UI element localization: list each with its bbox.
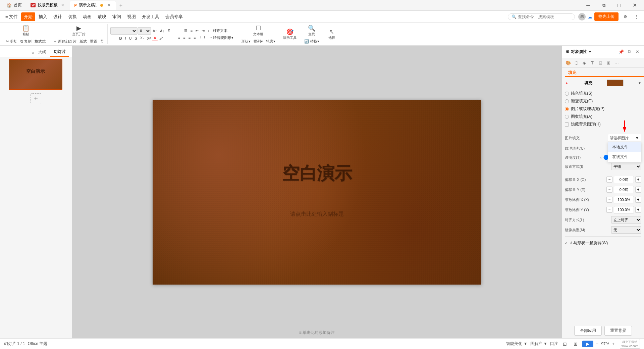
pin-icon[interactable]: 📌: [618, 48, 625, 55]
image-fill-option[interactable]: 图片或纹理填充(P): [565, 105, 641, 113]
apply-all-button[interactable]: 全部应用: [574, 326, 602, 336]
normal-view-button[interactable]: ⊡: [561, 341, 569, 347]
gradient-fill-option[interactable]: 渐变填充(G): [565, 97, 641, 105]
strikethrough-button[interactable]: S: [133, 36, 139, 41]
align-text-button[interactable]: 对齐文本: [211, 28, 229, 34]
menu-review[interactable]: 审阅: [110, 12, 124, 21]
fill-tab-label[interactable]: 填充: [565, 68, 644, 77]
italic-button[interactable]: I: [123, 36, 127, 41]
underline-button[interactable]: U: [128, 36, 133, 41]
add-slide-button[interactable]: +: [31, 93, 41, 104]
paste-button[interactable]: 📋 粘贴: [20, 23, 32, 38]
tab-doc1[interactable]: P 演示文稿1 ✕: [70, 1, 116, 10]
solid-fill-option[interactable]: 纯色填充(S): [565, 90, 641, 97]
upload-button[interactable]: 抢先上传: [594, 12, 619, 21]
float-icon[interactable]: ⧉: [626, 48, 633, 55]
menu-transition[interactable]: 切换: [65, 12, 79, 21]
offset-x-minus[interactable]: −: [606, 177, 612, 183]
search-box[interactable]: 🔍: [508, 13, 575, 20]
highlight-button[interactable]: 🖊: [158, 36, 164, 41]
tab-template[interactable]: W 找版壳模板 ✕: [26, 1, 69, 10]
pattern-fill-radio[interactable]: [565, 115, 569, 119]
slide-subtitle[interactable]: 请点击此处输入副标题: [290, 211, 344, 218]
align-left-button[interactable]: ≡: [177, 35, 181, 40]
select-button[interactable]: ↖ 选择: [326, 27, 338, 41]
more-right-icon[interactable]: ⋯: [613, 59, 620, 66]
slide-title[interactable]: 空白演示: [282, 162, 352, 185]
clear-format-button[interactable]: ✗: [166, 28, 172, 34]
font-color-button[interactable]: A: [152, 35, 157, 41]
reset-bg-button[interactable]: 重置背景: [604, 326, 632, 336]
decrease-font-button[interactable]: A↓: [159, 28, 166, 34]
zoom-in-button[interactable]: +: [612, 341, 614, 346]
maximize-button[interactable]: □: [612, 1, 626, 9]
shape-button[interactable]: 形状▾: [240, 38, 252, 45]
solid-fill-radio[interactable]: [565, 92, 569, 96]
menu-file[interactable]: ≡ 文件: [3, 12, 20, 21]
bold-button[interactable]: B: [118, 36, 123, 41]
slide-canvas[interactable]: 空白演示 请点击此处输入副标题: [153, 100, 481, 285]
tab-outline[interactable]: 大纲: [35, 48, 50, 56]
textbox-button[interactable]: ☐ 文本框: [252, 23, 265, 38]
position-tab-icon[interactable]: ⊞: [605, 59, 612, 66]
menu-member[interactable]: 会员专享: [163, 12, 185, 21]
user-button[interactable]: 未: [578, 13, 586, 20]
scale-y-input[interactable]: [614, 206, 634, 213]
transform-shape-button[interactable]: →转智能图形▾: [208, 35, 235, 41]
format-button[interactable]: 格式式: [33, 38, 47, 45]
layout-button[interactable]: 版式: [78, 38, 88, 45]
menu-view[interactable]: 视图: [124, 12, 139, 21]
reset-button[interactable]: 重置: [89, 38, 99, 45]
placement-select[interactable]: 平铺: [611, 163, 641, 170]
scale-x-input[interactable]: [614, 196, 634, 203]
menu-slideshow[interactable]: 放映: [95, 12, 109, 21]
stroke-tab-icon[interactable]: ⬡: [573, 59, 580, 66]
line-spacing-button[interactable]: ↕: [206, 28, 211, 33]
align-select[interactable]: 左上对齐: [611, 216, 641, 223]
offset-y-minus[interactable]: −: [606, 187, 612, 193]
local-file-option[interactable]: 本地文件: [608, 142, 641, 152]
menu-design[interactable]: 设计: [51, 12, 65, 21]
menu-insert[interactable]: 插入: [36, 12, 50, 21]
more-icon[interactable]: ⋮: [632, 12, 641, 21]
effect-tab-icon[interactable]: ◈: [581, 59, 588, 66]
align-right-button[interactable]: ≡: [187, 35, 192, 40]
indent-right-button[interactable]: ⇥: [200, 28, 206, 34]
cols-button[interactable]: ⋮⋮: [198, 35, 208, 41]
fill-color-swatch[interactable]: [607, 80, 624, 86]
menu-developer[interactable]: 开发工具: [139, 12, 162, 21]
scale-y-plus[interactable]: +: [635, 207, 641, 213]
minimize-button[interactable]: ─: [582, 1, 595, 9]
offset-y-plus[interactable]: +: [635, 187, 641, 193]
online-file-option[interactable]: 在线文件: [608, 152, 641, 162]
scale-x-plus[interactable]: +: [635, 197, 641, 203]
pattern-fill-option[interactable]: 图案填充(A): [565, 113, 641, 120]
text-tab-icon[interactable]: T: [589, 59, 596, 66]
fill-color-dropdown-icon[interactable]: ▼: [638, 81, 641, 85]
present-tool-button[interactable]: 🎯 演示工具: [282, 27, 298, 41]
settings-icon[interactable]: ⚙: [621, 12, 630, 21]
close-button[interactable]: ✕: [628, 1, 641, 9]
rotate-with-shape[interactable]: ✓ √ 与形状一起旋转(W): [565, 239, 641, 247]
close-right-panel-button[interactable]: ✕: [634, 48, 641, 55]
search-input[interactable]: [518, 14, 568, 19]
offset-x-input[interactable]: [614, 176, 634, 183]
start-button[interactable]: ▶ 当页开始: [71, 23, 87, 38]
numbered-list-button[interactable]: ≡: [189, 28, 194, 33]
offset-y-input[interactable]: [614, 186, 634, 193]
scale-y-minus[interactable]: −: [606, 207, 612, 213]
slide-sorter-button[interactable]: ⊞: [572, 341, 580, 347]
font-select[interactable]: [110, 27, 137, 35]
slide-note-hint[interactable]: ≡ 单击此处添加备注: [299, 330, 335, 336]
hide-bg-checkbox[interactable]: [565, 122, 569, 127]
menu-animation[interactable]: 动画: [80, 12, 94, 21]
indent-left-button[interactable]: ⇤: [194, 28, 200, 34]
hide-bg-option[interactable]: 隐藏背景图形(H): [565, 120, 641, 128]
zoom-out-button[interactable]: −: [596, 341, 599, 346]
superscript-button[interactable]: X²: [146, 36, 152, 41]
size-tab-icon[interactable]: ⊡: [597, 59, 604, 66]
menu-start[interactable]: 开始: [21, 12, 35, 21]
select-image-button[interactable]: 请选择图片 ▼: [608, 134, 641, 142]
scale-x-minus[interactable]: −: [606, 197, 612, 203]
beauty-button[interactable]: 智能美化 ▼: [506, 341, 527, 347]
